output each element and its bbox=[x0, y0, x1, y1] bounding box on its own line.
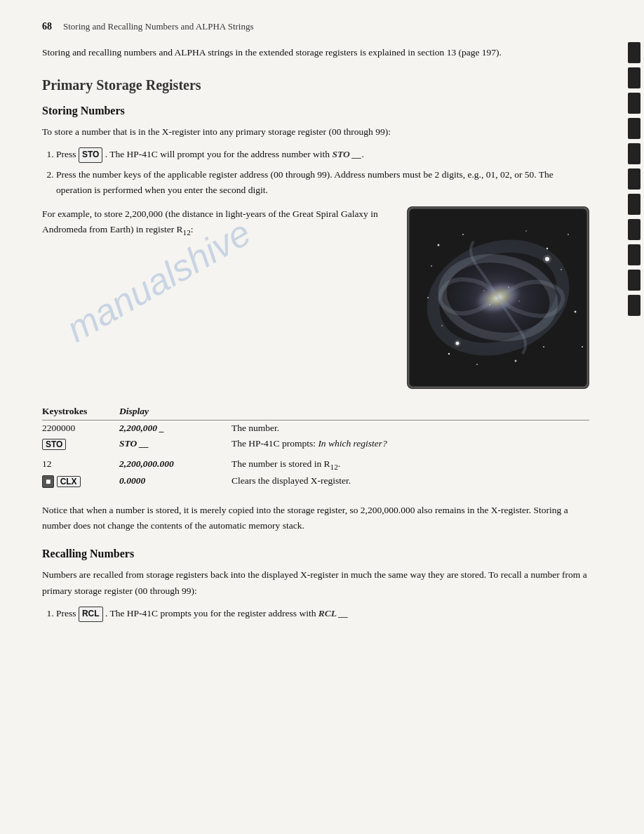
tab-mark bbox=[628, 67, 640, 88]
tab-mark bbox=[628, 194, 640, 215]
page-header: 68 Storing and Recalling Numbers and ALP… bbox=[42, 21, 589, 32]
desc-cell: The number. bbox=[232, 421, 589, 437]
galaxy-image bbox=[407, 206, 589, 389]
clx-key: CLX bbox=[57, 476, 81, 487]
intro-paragraph: Storing and recalling numbers and ALPHA … bbox=[42, 45, 589, 60]
right-tabs bbox=[624, 0, 644, 834]
example-text: For example, to store 2,200,000 (the dis… bbox=[42, 208, 378, 234]
tab-mark bbox=[628, 118, 640, 139]
svg-point-8 bbox=[546, 248, 548, 249]
rcl-display: RCL __ bbox=[318, 608, 349, 618]
display-cell: STO __ bbox=[119, 436, 232, 452]
table-row: STO STO __ The HP-41C prompts: In which … bbox=[42, 436, 589, 452]
recalling-steps: Press RCL . The HP-41C prompts you for t… bbox=[56, 606, 589, 622]
desc-cell: The number is stored in R12. bbox=[232, 456, 589, 473]
keystrokes-table: Keystrokes Display 2200000 2,200,000 _ T… bbox=[42, 403, 589, 490]
recall-step-1: Press RCL . The HP-41C prompts you for t… bbox=[56, 606, 589, 622]
step-1: Press STO . The HP-41C will prompt you f… bbox=[56, 147, 589, 163]
example-text-col: For example, to store 2,200,000 (the dis… bbox=[42, 206, 393, 239]
svg-point-16 bbox=[441, 325, 443, 326]
desc-cell: Clears the displayed X-register. bbox=[232, 473, 589, 490]
rcl-key: RCL bbox=[79, 607, 103, 622]
step1-press: Press bbox=[56, 149, 79, 159]
recall-after: . The HP-41C prompts you for the registe… bbox=[105, 608, 348, 618]
svg-point-10 bbox=[427, 297, 429, 298]
recalling-intro: Numbers are recalled from storage regist… bbox=[42, 567, 589, 599]
svg-point-6 bbox=[438, 244, 440, 246]
display-cell: 2,200,000.000 bbox=[119, 456, 232, 473]
galaxy-svg bbox=[407, 206, 589, 389]
svg-point-7 bbox=[462, 234, 464, 235]
keystroke-cell: ■ CLX bbox=[42, 473, 119, 490]
gold-key: ■ bbox=[42, 475, 54, 488]
r12-sub: 12 bbox=[183, 228, 191, 237]
svg-point-11 bbox=[575, 311, 577, 313]
keystroke-cell: 12 bbox=[42, 456, 119, 473]
svg-point-19 bbox=[431, 265, 432, 267]
svg-point-17 bbox=[568, 234, 569, 235]
desc-header bbox=[232, 403, 589, 421]
svg-point-18 bbox=[525, 230, 527, 232]
section-title: Primary Storage Registers bbox=[42, 77, 589, 93]
sto-key: STO bbox=[79, 147, 102, 163]
storing-intro: To store a number that is in the X-regis… bbox=[42, 124, 589, 140]
svg-point-22 bbox=[543, 255, 551, 263]
recalling-title: Recalling Numbers bbox=[42, 548, 589, 560]
recalling-section: Recalling Numbers Numbers are recalled f… bbox=[42, 548, 589, 621]
tab-mark bbox=[628, 219, 640, 240]
tab-mark bbox=[628, 270, 640, 291]
svg-point-14 bbox=[476, 364, 478, 365]
svg-point-26 bbox=[489, 304, 490, 305]
svg-point-9 bbox=[561, 269, 562, 270]
desc-cell: The HP-41C prompts: In which register? bbox=[232, 436, 589, 452]
tab-mark bbox=[628, 143, 640, 164]
tab-mark bbox=[628, 93, 640, 114]
page: 68 Storing and Recalling Numbers and ALP… bbox=[0, 0, 644, 834]
svg-point-24 bbox=[454, 340, 461, 347]
svg-point-28 bbox=[483, 290, 485, 291]
example-paragraph: For example, to store 2,200,000 (the dis… bbox=[42, 206, 393, 239]
svg-point-13 bbox=[448, 353, 450, 355]
step-2: Press the number keys of the applicable … bbox=[56, 167, 589, 199]
tab-mark bbox=[628, 168, 640, 190]
svg-point-20 bbox=[582, 346, 583, 348]
steps-list: Press STO . The HP-41C will prompt you f… bbox=[56, 147, 589, 198]
display-header: Display bbox=[119, 403, 232, 421]
svg-point-15 bbox=[515, 360, 517, 362]
svg-point-25 bbox=[508, 286, 509, 288]
table-row: 2200000 2,200,000 _ The number. bbox=[42, 421, 589, 437]
step2-text: Press the number keys of the applicable … bbox=[56, 169, 554, 195]
keystroke-cell: STO bbox=[42, 436, 119, 452]
notice-paragraph: Notice that when a number is stored, it … bbox=[42, 503, 589, 534]
page-number: 68 bbox=[42, 21, 52, 32]
sto-key-table: STO bbox=[42, 439, 66, 450]
table-header-row: Keystrokes Display bbox=[42, 403, 589, 421]
recall-press: Press bbox=[56, 608, 79, 618]
sto-dashes: __ bbox=[350, 149, 362, 159]
step1-after: . The HP-41C will prompt you for the add… bbox=[105, 149, 364, 159]
example-section: For example, to store 2,200,000 (the dis… bbox=[42, 206, 589, 389]
sto-display: STO bbox=[332, 149, 349, 159]
page-header-title: Storing and Recalling Numbers and ALPHA … bbox=[63, 21, 254, 32]
tab-mark bbox=[628, 42, 640, 63]
keystroke-cell: 2200000 bbox=[42, 421, 119, 437]
display-cell: 0.0000 bbox=[119, 473, 232, 490]
table-row: 12 2,200,000.000 The number is stored in… bbox=[42, 456, 589, 473]
svg-point-27 bbox=[518, 300, 520, 302]
svg-point-12 bbox=[543, 346, 544, 348]
main-content: 68 Storing and Recalling Numbers and ALP… bbox=[0, 0, 624, 834]
table-row: ■ CLX 0.0000 Clears the displayed X-regi… bbox=[42, 473, 589, 490]
storing-numbers-title: Storing Numbers bbox=[42, 105, 589, 117]
display-cell: 2,200,000 _ bbox=[119, 421, 232, 437]
keystroke-header: Keystrokes bbox=[42, 403, 119, 421]
tab-mark bbox=[628, 244, 640, 265]
tab-mark bbox=[628, 295, 640, 316]
